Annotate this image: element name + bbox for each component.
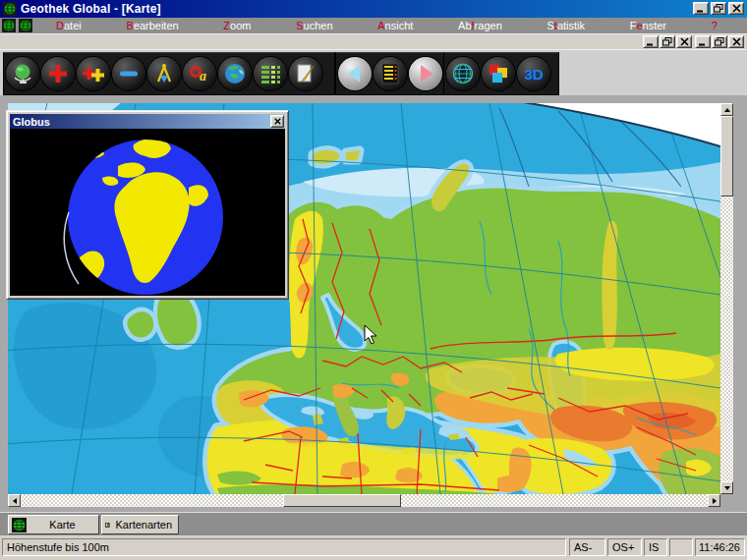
window-controls [693,2,744,15]
back-button[interactable] [338,57,372,90]
vertical-scrollbar[interactable] [720,103,733,494]
edit-notes-button[interactable] [289,57,322,90]
globus-view[interactable] [10,129,285,296]
status-bar: Höhenstufe bis 100m AS- OS+ IS 11:46:26 [0,535,747,560]
status-message: Höhenstufe bis 100m [2,538,566,556]
restore-button[interactable] [711,2,726,15]
mdi-globe-icon-2[interactable] [19,19,32,32]
menu-suchen[interactable]: Suchen [296,20,332,31]
tab-strip: Karte Kartenarten [0,512,747,536]
app-window: Geothek Global - [Karte] [0,0,747,560]
toolbar: a [0,49,747,96]
measure-compass-button[interactable] [147,57,181,90]
mdi-control-row [0,33,747,50]
menubar: Datei Bearbeiten Zoom Suchen Ansicht Abf… [0,18,747,33]
status-os-panel: OS+ [607,538,642,556]
status-is-panel: IS [644,538,667,556]
status-clock: 11:46:26 [695,538,745,556]
globus-window: Globus [6,110,289,300]
toolbar-group-views: 3D [443,52,559,95]
tab-karte-label: Karte [27,519,98,531]
status-as-panel: AS- [569,538,605,556]
data-table-button[interactable] [254,57,287,90]
menu-ansicht[interactable]: Ansicht [377,20,413,31]
globus-title: Globus [13,116,50,128]
view-3d-label: 3D [524,66,543,83]
tab-kartenarten[interactable]: Kartenarten [101,515,179,534]
up-arrow-icon [724,105,730,112]
forward-button[interactable] [409,57,442,90]
mdi2-restore-button[interactable] [712,35,727,48]
mdi-restore-button[interactable] [660,35,675,48]
menu-hilfe[interactable]: ? [712,20,718,31]
horizontal-scrollbar[interactable] [8,494,720,507]
status-blank-panel [669,538,693,556]
desk-globe-button[interactable] [6,57,39,90]
mdi2-minimize-button[interactable] [695,35,711,48]
index-list-button[interactable] [374,57,407,90]
menu-bearbeiten[interactable]: Bearbeiten [126,20,178,31]
toolbar-group-main: a [3,52,335,95]
globus-close-button[interactable] [270,115,284,128]
close-button[interactable] [728,2,744,15]
left-arrow-icon [10,498,17,504]
menu-abfragen[interactable]: Abfragen [458,20,502,31]
toolbar-group-nav [335,52,445,95]
mdi-globe-icon[interactable] [2,19,16,32]
mdi-controls-1 [643,35,692,48]
window-title: Geothek Global - [Karte] [21,2,161,16]
search-name-button[interactable]: a [183,57,216,90]
globe-graphic [10,129,285,296]
mdi-close-button[interactable] [676,35,692,48]
scroll-up-button[interactable] [720,103,733,116]
menu-zoom[interactable]: Zoom [223,20,251,31]
minimize-button[interactable] [693,2,709,15]
zoom-in-button[interactable] [41,57,75,90]
mdi2-close-button[interactable] [728,35,744,48]
earth-button[interactable] [218,57,252,90]
mdi-minimize-button[interactable] [643,35,659,48]
menu-statistik[interactable]: Statistik [546,20,585,31]
titlebar: Geothek Global - [Karte] [0,0,747,18]
zoom-out-button[interactable] [112,57,145,90]
zoom-in-strong-button[interactable] [77,57,110,90]
menu-items: Datei Bearbeiten Zoom Suchen Ansicht Abf… [32,20,747,31]
karte-globe-icon [12,518,27,532]
globus-titlebar[interactable]: Globus [10,114,285,129]
menubar-icons [2,19,32,32]
tab-kartenarten-label: Kartenarten [110,519,178,531]
globe-grid-button[interactable] [446,57,480,90]
mdi-controls-2 [695,35,744,48]
scroll-left-button[interactable] [8,494,21,507]
menu-fenster[interactable]: Fenster [630,20,666,31]
map-layers-button[interactable] [482,57,515,90]
svg-text:a: a [200,69,206,84]
menu-datei[interactable]: Datei [56,20,82,31]
down-arrow-icon [724,486,730,493]
tab-karte[interactable]: Karte [8,515,99,534]
right-arrow-icon [713,498,719,504]
view-3d-button[interactable]: 3D [517,57,550,90]
vertical-scroll-thumb[interactable] [720,116,733,196]
scroll-down-button[interactable] [720,481,733,494]
horizontal-scroll-thumb[interactable] [283,494,401,507]
scroll-right-button[interactable] [708,494,720,507]
app-globe-icon [3,2,17,16]
